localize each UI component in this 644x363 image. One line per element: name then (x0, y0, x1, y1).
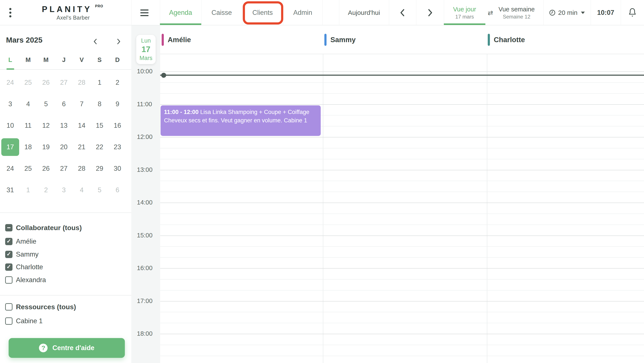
mini-cal-day[interactable]: 25 (19, 72, 37, 93)
view-week-button[interactable]: Vue semaine Semaine 12 (495, 0, 538, 25)
kebab-menu-icon[interactable] (6, 5, 15, 20)
help-center-button[interactable]: ? Centre d'aide (8, 338, 125, 358)
mini-cal-day[interactable]: 15 (90, 115, 108, 136)
view-day-button[interactable]: Vue jour 17 mars (444, 0, 485, 25)
calendar-grid: Amélie Sammy Charlotte 11:00 - 12:00 Lis… (160, 25, 644, 363)
mini-cal-day[interactable]: 29 (90, 158, 108, 179)
tab-admin[interactable]: Admin (283, 0, 322, 25)
next-day-button[interactable] (416, 0, 444, 25)
collaborator-filter-sammy[interactable]: Sammy (5, 248, 38, 261)
mini-cal-day[interactable]: 26 (37, 158, 55, 179)
mini-cal-day[interactable]: 21 (73, 136, 90, 158)
time-label: 16:00 (137, 265, 158, 272)
mini-cal-day[interactable]: 27 (55, 158, 73, 179)
resources-section-toggle[interactable]: Ressources (tous) (5, 301, 76, 313)
mini-cal-day[interactable]: 4 (73, 179, 90, 201)
collaborator-filter-amelie[interactable]: Amélie (5, 235, 36, 248)
chevron-right-icon (426, 8, 434, 17)
mini-cal-day[interactable]: 6 (108, 179, 126, 201)
mini-cal-day[interactable]: 23 (108, 136, 126, 158)
mini-cal-day[interactable]: 11 (19, 115, 37, 136)
mini-cal-day[interactable]: 28 (73, 158, 90, 179)
clock-icon (549, 9, 556, 16)
mini-cal-day[interactable]: 8 (90, 93, 108, 115)
tab-clients[interactable]: Clients (242, 0, 283, 25)
bell-icon (628, 7, 637, 18)
checkbox[interactable] (5, 263, 12, 271)
mini-cal-day[interactable]: 18 (19, 136, 37, 158)
mini-cal-day-selected[interactable]: 17 (1, 138, 19, 156)
mini-cal-day[interactable]: 2 (37, 179, 55, 201)
mini-cal-day[interactable]: 6 (55, 93, 73, 115)
mini-cal-day[interactable]: 12 (37, 115, 55, 136)
calendar-column-charlotte[interactable] (487, 54, 644, 363)
mini-calendar-day-header: D (108, 56, 126, 63)
notifications-button[interactable] (621, 0, 644, 25)
mini-cal-day[interactable]: 14 (73, 115, 90, 136)
previous-day-button[interactable] (389, 0, 416, 25)
mini-cal-day[interactable]: 16 (108, 115, 126, 136)
time-label: 14:00 (137, 199, 158, 206)
mini-cal-day[interactable]: 1 (90, 72, 108, 93)
resources-all-checkbox[interactable] (5, 303, 12, 311)
mini-cal-day[interactable]: 10 (1, 115, 19, 136)
mini-calendar-prev-button[interactable] (90, 36, 100, 46)
mini-cal-day[interactable]: 30 (108, 158, 126, 179)
mini-cal-day[interactable]: 20 (55, 136, 73, 158)
mini-calendar-week-row: 10111213141516 (1, 115, 126, 136)
calendar-column-sammy[interactable] (323, 54, 487, 363)
calendar-column-amelie[interactable] (160, 54, 323, 363)
resource-filter-cabine1[interactable]: Cabine 1 (5, 315, 42, 327)
mini-cal-day[interactable]: 5 (37, 93, 55, 115)
hamburger-menu-icon[interactable] (140, 8, 151, 18)
mini-cal-day[interactable]: 19 (37, 136, 55, 158)
time-label: 11:00 (137, 101, 158, 108)
mini-calendar-next-button[interactable] (114, 36, 124, 46)
business-name: Axel's Barber (56, 15, 90, 21)
chevron-left-icon (399, 8, 406, 17)
tab-agenda[interactable]: Agenda (160, 0, 201, 25)
mini-cal-day[interactable]: 4 (19, 93, 37, 115)
question-mark-icon: ? (39, 344, 48, 352)
tab-caisse[interactable]: Caisse (201, 0, 242, 25)
time-gutter: Lun 17 Mars 10:0011:0012:0013:0014:0015:… (131, 25, 160, 363)
collaborator-color-pill (162, 34, 164, 46)
mini-cal-day[interactable]: 9 (108, 93, 126, 115)
mini-cal-day[interactable]: 7 (73, 93, 90, 115)
time-label: 18:00 (137, 330, 158, 337)
mini-calendar-day-header: J (55, 56, 73, 63)
mini-cal-day[interactable]: 22 (90, 136, 108, 158)
collaborators-section-toggle[interactable]: Collaborateur (tous) (5, 222, 82, 234)
mini-cal-day[interactable]: 1 (19, 179, 37, 201)
current-time-dot (161, 73, 166, 78)
brand-pro-badge: PRO (95, 4, 103, 8)
collaborator-filter-alexandra[interactable]: Alexandra (5, 274, 46, 286)
mini-cal-day[interactable]: 26 (37, 72, 55, 93)
mini-cal-day[interactable]: 24 (1, 158, 19, 179)
appointment-event[interactable]: 11:00 - 12:00 Lisa Linka Shampoing + Cou… (160, 105, 321, 136)
column-header-amelie: Amélie (162, 33, 191, 46)
today-button[interactable]: Aujourd'hui (339, 0, 389, 25)
mini-cal-day[interactable]: 3 (1, 93, 19, 115)
checkbox[interactable] (5, 238, 12, 245)
column-header-charlotte: Charlotte (488, 33, 525, 46)
time-label: 15:00 (137, 232, 158, 239)
collaborator-filter-charlotte[interactable]: Charlotte (5, 261, 43, 273)
mini-cal-day[interactable]: 31 (1, 179, 19, 201)
checkbox[interactable] (5, 251, 12, 258)
interval-dropdown[interactable]: 20 min (543, 0, 590, 25)
mini-cal-day[interactable]: 27 (55, 72, 73, 93)
mini-cal-day[interactable]: 3 (55, 179, 73, 201)
mini-cal-day[interactable]: 24 (1, 72, 19, 93)
divider (0, 295, 131, 296)
mini-cal-day[interactable]: 28 (73, 72, 90, 93)
collaborators-all-checkbox[interactable] (5, 224, 12, 231)
checkbox[interactable] (5, 318, 12, 325)
mini-calendar-day-header: L (1, 56, 19, 63)
mini-cal-day[interactable]: 2 (108, 72, 126, 93)
mini-cal-day[interactable]: 25 (19, 158, 37, 179)
checkbox[interactable] (5, 276, 12, 284)
mini-calendar-day-header: M (37, 56, 55, 63)
mini-cal-day[interactable]: 13 (55, 115, 73, 136)
mini-cal-day[interactable]: 5 (90, 179, 108, 201)
